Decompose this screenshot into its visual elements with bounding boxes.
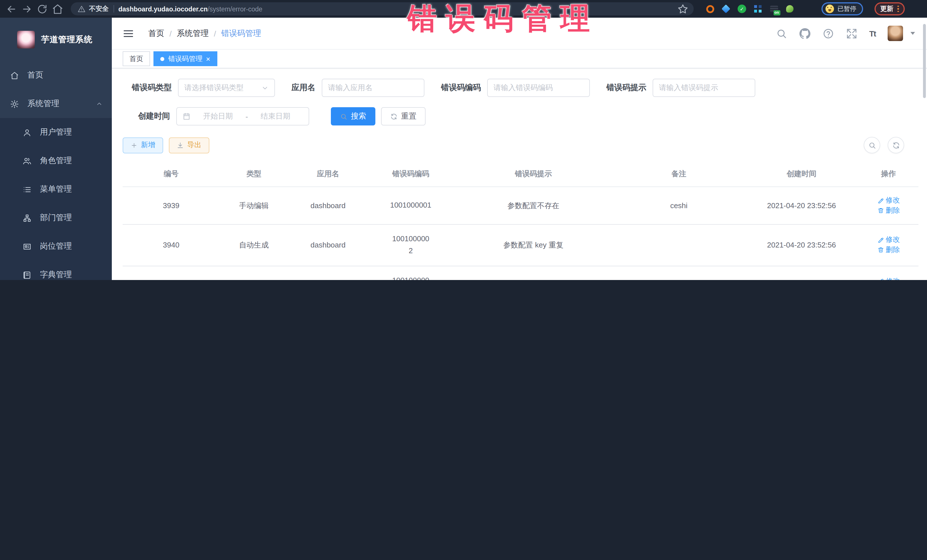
submenu-panel: 用户管理角色管理菜单管理部门管理岗位管理字典管理通知公告审计日志在线用户短信管理… [0, 118, 112, 280]
update-label: 更新 [880, 5, 894, 13]
users-icon [23, 156, 31, 165]
tab-error-code[interactable]: 错误码管理 × [153, 51, 217, 66]
font-size-icon[interactable]: Tt [869, 29, 876, 38]
cell-app: dashboard [288, 187, 368, 225]
home-icon [10, 71, 19, 80]
toggle-search-button[interactable] [864, 137, 880, 153]
breadcrumb-item[interactable]: 错误码管理 [221, 28, 261, 38]
pencil-icon [877, 197, 884, 204]
column-header: 创建时间 [745, 161, 859, 187]
column-header: 编号 [123, 161, 220, 187]
msg-filter-label: 错误码提示 [606, 83, 646, 93]
cell-id: 3941 [123, 266, 220, 280]
sidebar-item-岗位管理[interactable]: 岗位管理 [0, 232, 112, 261]
help-icon[interactable] [823, 28, 834, 39]
search-button[interactable]: 搜索 [331, 107, 375, 126]
extensions-puzzle-icon[interactable] [801, 4, 811, 14]
address-bar[interactable]: 不安全 dashboard.yudao.iocoder.cn/system/er… [71, 2, 694, 15]
github-icon[interactable] [799, 28, 811, 39]
code-filter-input[interactable]: 请输入错误码编码 [487, 79, 590, 97]
search-icon[interactable] [776, 28, 787, 39]
browser-reload-icon[interactable] [36, 3, 48, 15]
extension-grid-icon[interactable] [753, 4, 763, 14]
plus-icon [131, 142, 137, 149]
breadcrumb-item[interactable]: 系统管理 [177, 28, 209, 38]
reset-button[interactable]: 重置 [381, 107, 426, 126]
fullscreen-icon [846, 28, 857, 39]
reset-button-label: 重置 [401, 111, 416, 121]
sidebar-item-用户管理[interactable]: 用户管理 [0, 118, 112, 147]
app-filter-label: 应用名 [292, 83, 316, 93]
delete-link[interactable]: 删除 [877, 206, 900, 215]
app-filter-input[interactable]: 请输入应用名 [322, 79, 424, 97]
hamburger-icon[interactable] [123, 28, 134, 39]
logo-avatar [17, 30, 35, 48]
menu-kebab-icon[interactable] [897, 5, 899, 12]
gear-icon [10, 100, 19, 108]
url-host: dashboard.yudao.iocoder.cn [119, 5, 208, 12]
sidebar-logo[interactable]: 芋道管理系统 [0, 18, 112, 61]
extension-gem-icon[interactable] [721, 4, 731, 14]
edit-link[interactable]: 修改 [877, 235, 900, 245]
chevron-down-icon [261, 84, 269, 91]
cell-code: 100100000 3 [368, 266, 453, 280]
tab-home[interactable]: 首页 [123, 51, 150, 66]
edit-link[interactable]: 修改 [877, 276, 900, 280]
sidebar-item-label: 岗位管理 [40, 241, 103, 252]
refresh-table-button[interactable] [887, 137, 904, 153]
fullscreen-icon[interactable] [846, 28, 857, 39]
chevdown-icon [261, 84, 269, 91]
sidebar-item-菜单管理[interactable]: 菜单管理 [0, 175, 112, 203]
avatar-caret-icon[interactable] [910, 32, 915, 35]
browser-forward-icon[interactable] [21, 3, 32, 15]
user-avatar[interactable] [887, 26, 903, 41]
cell-msg: 参数配置不存在 [453, 187, 613, 225]
scrollbar-thumb[interactable] [923, 24, 926, 98]
tags-view-bar: 首页 错误码管理 × [112, 50, 927, 68]
delete-link[interactable]: 删除 [877, 245, 900, 255]
sidebar-item-字典管理[interactable]: 字典管理 [0, 261, 112, 280]
cell-id: 3939 [123, 187, 220, 225]
export-button[interactable]: 导出 [169, 137, 209, 153]
edit-link[interactable]: 修改 [877, 196, 900, 205]
table-header-row: 编号类型应用名错误码编码错误码提示备注创建时间操作 [123, 161, 918, 187]
browser-home-icon[interactable] [52, 3, 63, 15]
extension-green-check-icon[interactable]: ✓ [737, 4, 747, 14]
paused-pill[interactable]: 已暂停 [821, 2, 863, 15]
sidebar-item-部门管理[interactable]: 部门管理 [0, 203, 112, 232]
extension-orange-icon[interactable] [705, 4, 715, 14]
main-area: 首页/系统管理/错误码管理 Tt 首页 错误码管理 [112, 18, 927, 280]
sidebar-item-首页[interactable]: 首页 [0, 61, 112, 90]
sidebar-item-label: 部门管理 [40, 213, 103, 223]
msg-filter-input[interactable]: 请输入错误码提示 [653, 79, 755, 97]
cell-remark: ceshi [613, 187, 745, 225]
add-button[interactable]: 新增 [123, 137, 163, 153]
tab-close-icon[interactable]: × [206, 55, 210, 62]
date-range-picker[interactable]: 开始日期 - 结束日期 [176, 107, 309, 126]
export-button-label: 导出 [187, 140, 201, 150]
select-placeholder: 请选择错误码类型 [184, 83, 243, 93]
extensions-row: ✓ on [705, 4, 811, 14]
idcard-icon [23, 242, 31, 250]
pencil-icon [877, 237, 884, 243]
cell-type: 自动生成 [220, 266, 288, 280]
breadcrumb-item[interactable]: 首页 [148, 28, 164, 38]
update-button[interactable]: 更新 [874, 2, 904, 15]
extension-on-badge-icon[interactable]: on [769, 4, 779, 14]
cell-type: 手动编辑 [220, 187, 288, 225]
sidebar-item-角色管理[interactable]: 角色管理 [0, 147, 112, 175]
browser-back-icon[interactable] [6, 3, 17, 15]
bookmark-star-icon[interactable] [677, 3, 688, 15]
input-placeholder: 请输入错误码提示 [659, 83, 718, 93]
divider [113, 5, 114, 12]
extension-leaf-icon[interactable] [785, 4, 795, 14]
star-icon [677, 3, 688, 15]
type-filter-select[interactable]: 请选择错误码类型 [178, 79, 275, 97]
warn-icon [78, 5, 85, 13]
page-content: 错误码类型 请选择错误码类型 应用名 请输入应用名 错误码编码 [112, 68, 927, 280]
security-warning[interactable]: 不安全 [78, 5, 109, 13]
sidebar-item-系统管理[interactable]: 系统管理 [0, 90, 112, 118]
annotation-overlay-title: 错误码管理 [407, 2, 599, 35]
cell-msg: 不能删除类型为系统内置的参数配置 [453, 266, 613, 280]
calendar-icon [182, 112, 190, 120]
